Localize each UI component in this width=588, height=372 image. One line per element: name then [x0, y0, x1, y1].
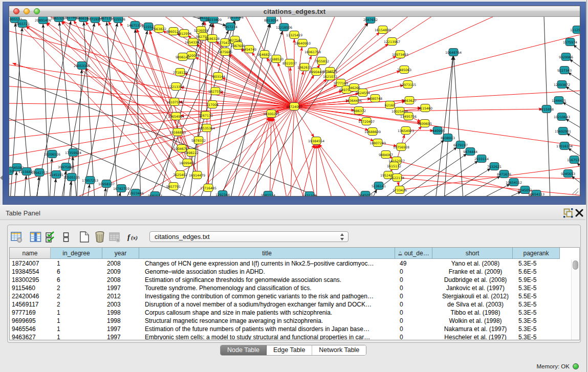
citation-edge-black[interactable]	[119, 192, 120, 196]
tab-edge-table[interactable]: Edge Table	[267, 345, 312, 355]
citation-edge-black[interactable]	[104, 188, 106, 196]
graph-node[interactable]: 1112546	[570, 26, 580, 34]
graph-node[interactable]: 16914479	[189, 171, 205, 179]
graph-node[interactable]: 11325419	[286, 31, 302, 39]
citation-edge-black[interactable]	[246, 23, 368, 196]
graph-node[interactable]: 9581514	[261, 191, 275, 196]
column-header-title[interactable]: title	[139, 248, 395, 259]
column-header-in_degree[interactable]: in_degree	[51, 248, 102, 259]
graph-node[interactable]: 18640910	[294, 39, 311, 47]
scrollbar-thumb[interactable]	[573, 260, 578, 270]
citation-edge-black[interactable]	[454, 56, 464, 196]
table-row[interactable]: 1456911722003Disruption of a novel membe…	[10, 300, 563, 309]
graph-node[interactable]: 13716485	[200, 184, 216, 192]
citation-edge-red[interactable]	[241, 144, 314, 196]
graph-node[interactable]: 7857274	[223, 23, 237, 31]
citation-edge-red[interactable]	[87, 17, 294, 106]
citation-edge-black[interactable]	[24, 176, 26, 196]
column-header-pagerank[interactable]: pagerank	[513, 248, 560, 259]
graph-node[interactable]: 9329966	[559, 53, 573, 61]
citation-edge-black[interactable]	[63, 171, 66, 196]
network-window-titlebar[interactable]: citations_edges.txt	[9, 6, 580, 17]
delete-table-icon[interactable]	[108, 231, 121, 243]
graph-node[interactable]: 9581513	[148, 192, 162, 196]
graph-node[interactable]: 6679197	[453, 141, 468, 149]
network-canvas[interactable]: 1905572195572120891406106532871527602646…	[9, 17, 580, 196]
graph-node[interactable]: 10688609	[364, 128, 381, 136]
table-select-combobox[interactable]: citations_edges.txt	[149, 231, 349, 242]
panel-collapse-arrow-icon[interactable]	[0, 176, 3, 180]
graph-node[interactable]: 10648764	[445, 49, 462, 56]
new-column-icon[interactable]	[78, 231, 91, 243]
graph-node[interactable]: 8322037	[282, 59, 297, 67]
graph-node[interactable]: 10756928	[393, 143, 409, 151]
graph-node[interactable]: 9463627	[402, 97, 417, 104]
graph-node[interactable]: 2087652	[363, 17, 378, 24]
table-row[interactable]: 1938455462009Genome–wide association stu…	[10, 268, 563, 276]
graph-node[interactable]: 5878312	[191, 137, 206, 144]
citation-edge-black[interactable]	[577, 163, 580, 176]
graph-node[interactable]: 39975867	[58, 163, 74, 171]
column-header-name[interactable]: name	[10, 248, 51, 259]
citation-edge-black[interactable]	[435, 56, 453, 196]
table-row[interactable]: 1830029562008Estimation of significance …	[10, 276, 563, 284]
citation-edge-red[interactable]	[18, 22, 174, 186]
citation-edge-red[interactable]	[269, 118, 271, 196]
table-row[interactable]: 977716911998Corpus callosum shape and si…	[10, 309, 563, 317]
citation-edge-red[interactable]	[294, 87, 580, 106]
citation-edge-red[interactable]	[294, 106, 314, 137]
float-panel-icon[interactable]	[563, 208, 573, 218]
graph-node[interactable]: 9227343	[557, 67, 572, 74]
delete-column-icon[interactable]	[93, 231, 106, 243]
table-row[interactable]: 946362711997Embryonic stem cells: a mode…	[10, 333, 563, 340]
citation-edge-red[interactable]	[113, 106, 294, 196]
table-row[interactable]: 969969511998Structural magnetic resonanc…	[10, 317, 563, 325]
citation-edge-red[interactable]	[9, 82, 294, 106]
graph-node[interactable]: 7632621	[487, 163, 502, 170]
graph-node[interactable]: 9245053	[358, 191, 373, 196]
graph-node[interactable]: 10210643	[554, 113, 570, 121]
citation-edge-red[interactable]	[20, 106, 294, 196]
column-header-short[interactable]: short	[432, 248, 513, 259]
citation-edge-black[interactable]	[565, 86, 580, 101]
citation-edge-black[interactable]	[446, 191, 521, 196]
column-header-year[interactable]: year	[102, 248, 139, 259]
citation-edge-black[interactable]	[105, 31, 147, 196]
row-height-icon[interactable]	[59, 231, 73, 243]
show-column-icon[interactable]	[29, 231, 42, 243]
tab-node-table[interactable]: Node Table	[221, 345, 267, 355]
column-header-out_degree[interactable]: out_de…	[395, 248, 432, 259]
graph-node[interactable]: 1671315	[302, 192, 317, 196]
graph-node[interactable]: 7485063	[397, 66, 411, 74]
graph-node[interactable]: 8215958	[539, 105, 554, 113]
graph-node[interactable]: 19384554	[308, 137, 324, 145]
citation-edge-red[interactable]	[317, 145, 356, 196]
citation-edge-red[interactable]	[294, 21, 580, 106]
graph-node[interactable]: 1621072	[323, 73, 337, 80]
graph-node[interactable]: 7625402	[173, 171, 187, 179]
graph-node[interactable]: 20206526	[44, 150, 60, 158]
graph-node[interactable]: 9857791	[166, 183, 181, 190]
graph-node[interactable]: 16154838	[375, 26, 391, 34]
graph-node[interactable]: 39159	[9, 167, 14, 175]
graph-node[interactable]: 9699695	[418, 120, 432, 127]
graph-node[interactable]: 1167533	[567, 156, 580, 164]
citation-edge-black[interactable]	[200, 24, 270, 196]
tab-network-table[interactable]: Network Table	[312, 345, 366, 355]
citation-edge-black[interactable]	[444, 56, 453, 196]
graph-node[interactable]: 20053346	[74, 62, 90, 70]
graph-node[interactable]: 16107554	[166, 98, 183, 106]
graph-node[interactable]: 7955812	[315, 57, 329, 65]
graph-node[interactable]: 10918046	[227, 17, 244, 21]
graph-node[interactable]: 2933114	[474, 155, 489, 163]
function-builder-icon[interactable]: f(x)	[127, 231, 140, 243]
citation-edge-red[interactable]	[13, 63, 176, 117]
graph-node[interactable]: 13654923	[398, 127, 414, 135]
graph-node[interactable]: 8813054	[264, 17, 278, 24]
citation-edge-black[interactable]	[14, 171, 16, 196]
graph-node[interactable]: 5136141	[372, 182, 386, 190]
graph-node[interactable]: 1080748	[368, 95, 382, 102]
citation-edge-black[interactable]	[573, 45, 580, 58]
graph-node[interactable]: 20891406	[35, 17, 51, 24]
citation-edge-black[interactable]	[463, 195, 533, 196]
